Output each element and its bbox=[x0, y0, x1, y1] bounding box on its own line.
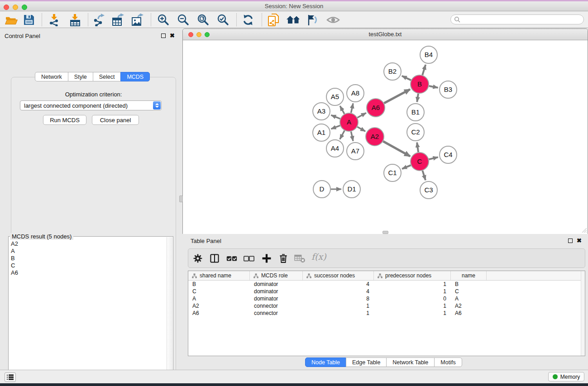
graph-edge-A2-C[interactable] bbox=[383, 141, 410, 156]
export-image-icon[interactable] bbox=[130, 13, 145, 27]
table-options-gear-icon[interactable] bbox=[191, 251, 205, 266]
graph-node-label-A1: A1 bbox=[317, 129, 325, 136]
cell-predecessors: 1 bbox=[374, 302, 451, 310]
table-row[interactable]: Cdominator41C bbox=[188, 288, 585, 295]
graph-node-label-B: B bbox=[417, 80, 422, 88]
open-session-icon[interactable] bbox=[4, 13, 19, 27]
float-table-panel-icon[interactable] bbox=[568, 238, 573, 243]
task-history-button[interactable] bbox=[5, 372, 16, 382]
apply-layout-icon[interactable] bbox=[240, 13, 256, 27]
tab-network[interactable]: Network bbox=[35, 72, 68, 81]
network-canvas[interactable]: B4B2BB3A8A5A6A3B1AA1C2A2A4A7C4CC1C3DD1 bbox=[183, 40, 588, 234]
graph-node-label-C4: C4 bbox=[444, 151, 452, 158]
create-column-icon[interactable] bbox=[259, 251, 274, 266]
network-vertical-scrollbar-thumb[interactable] bbox=[179, 195, 183, 202]
graph-edge-B-B4[interactable] bbox=[422, 65, 425, 75]
zoom-in-icon[interactable] bbox=[156, 13, 171, 27]
result-scrollbar[interactable] bbox=[167, 237, 172, 386]
memory-button[interactable]: Memory bbox=[548, 372, 584, 381]
column-header-successor-nodes[interactable]: successor nodes bbox=[303, 271, 374, 280]
graph-edge-A6-B[interactable] bbox=[384, 89, 410, 103]
new-network-from-selection-icon[interactable] bbox=[266, 13, 281, 27]
column-header-predecessor-nodes[interactable]: predecessor nodes bbox=[374, 271, 451, 280]
mcds-result-item[interactable]: A bbox=[9, 248, 167, 255]
import-network-icon[interactable] bbox=[47, 13, 62, 27]
column-layout-icon[interactable] bbox=[207, 251, 222, 266]
graph-edge-A-A2[interactable] bbox=[357, 127, 365, 131]
close-panel-icon[interactable]: ✖ bbox=[170, 33, 175, 38]
main-toolbar bbox=[0, 11, 588, 28]
zoom-out-icon[interactable] bbox=[176, 13, 191, 27]
cell-successors: 1 bbox=[303, 302, 374, 310]
graph-edge-C-C4[interactable] bbox=[429, 157, 438, 159]
tab-node-table[interactable]: Node Table bbox=[305, 357, 346, 367]
export-network-icon[interactable] bbox=[91, 13, 107, 27]
delete-table-icon[interactable] bbox=[292, 251, 307, 266]
table-row[interactable]: A2connector11A2 bbox=[188, 302, 585, 310]
close-panel-button[interactable]: Close panel bbox=[92, 115, 139, 125]
close-table-panel-icon[interactable]: ✖ bbox=[577, 238, 582, 243]
float-panel-icon[interactable] bbox=[161, 33, 166, 38]
show-all-icon[interactable] bbox=[325, 13, 341, 27]
search-box[interactable] bbox=[450, 14, 584, 24]
table-row[interactable]: Bdominator41B bbox=[188, 281, 585, 288]
function-builder-icon[interactable]: f(x) bbox=[311, 252, 326, 262]
unselect-all-columns-icon[interactable] bbox=[242, 251, 256, 266]
column-header-name[interactable]: name bbox=[451, 271, 487, 280]
import-table-icon[interactable] bbox=[67, 13, 83, 27]
graph-edge-A-A1[interactable] bbox=[331, 125, 340, 129]
app-titlebar: Session: New Session bbox=[0, 1, 588, 11]
resize-grip-icon[interactable] bbox=[581, 227, 587, 233]
graph-edge-A-A7[interactable] bbox=[351, 132, 353, 141]
toolbar-separator bbox=[236, 13, 237, 26]
tab-mcds[interactable]: MCDS bbox=[120, 72, 150, 81]
zoom-selected-icon[interactable] bbox=[215, 13, 231, 27]
graph-edge-A-A8[interactable] bbox=[351, 103, 353, 113]
cell-successors: 1 bbox=[303, 310, 374, 317]
tab-edge-table[interactable]: Edge Table bbox=[346, 357, 387, 367]
graph-edge-B-B1[interactable] bbox=[417, 94, 418, 102]
tab-network-table[interactable]: Network Table bbox=[386, 357, 435, 367]
mcds-result-item[interactable]: A2 bbox=[9, 240, 167, 248]
export-table-icon[interactable] bbox=[110, 13, 126, 27]
graph-edge-A-A5[interactable] bbox=[340, 106, 344, 114]
table-row[interactable]: A6connector11A6 bbox=[188, 310, 585, 317]
table-scrollbar[interactable] bbox=[581, 271, 585, 356]
graph-edge-A-A4[interactable] bbox=[340, 131, 344, 139]
graph-node-label-C: C bbox=[417, 157, 422, 165]
graph-edge-C-C2[interactable] bbox=[417, 143, 418, 152]
delete-columns-trash-icon[interactable] bbox=[276, 251, 291, 266]
graph-edge-A-A3[interactable] bbox=[331, 115, 340, 119]
memory-status-icon bbox=[553, 374, 558, 379]
graph-edge-B-B2[interactable] bbox=[402, 76, 411, 80]
mcds-result-item[interactable]: A6 bbox=[9, 269, 167, 276]
mcds-result-item[interactable]: B bbox=[9, 255, 167, 262]
cell-shared-name: B bbox=[188, 281, 250, 288]
tab-select[interactable]: Select bbox=[93, 72, 121, 81]
graph-edge-C-C1[interactable] bbox=[402, 165, 411, 169]
run-mcds-button[interactable]: Run MCDS bbox=[43, 115, 86, 125]
table-toolbar: f(x) bbox=[188, 248, 585, 268]
graph-edge-C-C3[interactable] bbox=[422, 171, 425, 180]
mcds-result-item[interactable]: C bbox=[9, 262, 167, 269]
hide-selected-icon[interactable] bbox=[305, 13, 320, 27]
zoom-fit-icon[interactable] bbox=[196, 13, 211, 27]
first-neighbors-icon[interactable] bbox=[286, 13, 301, 27]
tab-motifs[interactable]: Motifs bbox=[434, 357, 462, 367]
graph-edge-A-A6[interactable] bbox=[357, 113, 366, 118]
graph-node-label-B3: B3 bbox=[444, 86, 452, 93]
graph-edge-B-B3[interactable] bbox=[429, 86, 438, 88]
save-session-icon[interactable] bbox=[21, 13, 37, 27]
network-horizontal-scrollbar-thumb[interactable] bbox=[382, 231, 388, 234]
memory-label: Memory bbox=[560, 374, 580, 380]
search-input[interactable] bbox=[462, 15, 583, 24]
tab-style[interactable]: Style bbox=[68, 72, 93, 81]
column-header-shared-name[interactable]: shared name bbox=[188, 271, 250, 280]
attribute-tree-icon bbox=[253, 273, 258, 278]
criterion-dropdown[interactable]: largest connected component (directed) bbox=[20, 100, 162, 110]
column-header-mcds-role[interactable]: MCDS role bbox=[250, 271, 303, 280]
select-all-columns-icon[interactable] bbox=[225, 251, 239, 266]
graph-node-label-C1: C1 bbox=[388, 169, 397, 176]
graph-node-label-A6: A6 bbox=[372, 104, 380, 111]
table-row[interactable]: Adominator80A bbox=[188, 295, 585, 302]
